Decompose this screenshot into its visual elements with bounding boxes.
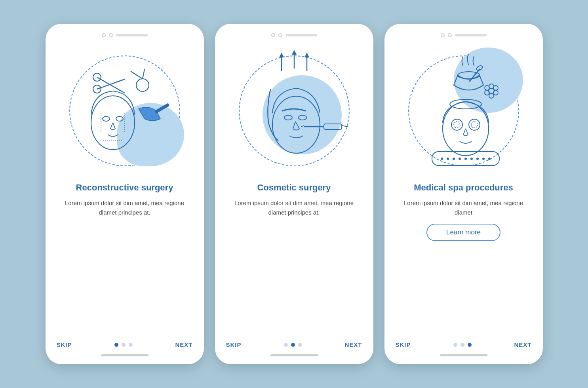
dot-2-2 [291, 343, 295, 347]
status-bar-2 [271, 33, 317, 37]
card-title-2: Cosmetic surgery [257, 182, 331, 194]
svg-point-38 [450, 99, 481, 109]
svg-point-42 [471, 122, 478, 128]
card-body-3: Lorem ipsum dolor sit dim amet, mea regi… [400, 198, 527, 217]
dot-1-3 [129, 343, 133, 347]
nav-row-1: SKIP NEXT [57, 341, 193, 348]
svg-point-1 [103, 116, 110, 121]
dot-3-3 [468, 343, 472, 347]
dot-2-1 [284, 343, 288, 347]
svg-line-25 [342, 126, 348, 127]
svg-marker-17 [292, 50, 297, 55]
status-bar-line-3 [455, 34, 487, 36]
svg-cosmetic [235, 49, 354, 172]
dots-row-1 [114, 343, 133, 347]
text-area-2: Cosmetic surgery Lorem ipsum dolor sit d… [231, 182, 358, 341]
svg-marker-19 [304, 53, 309, 57]
phone-bottom-1: SKIP NEXT [46, 341, 204, 356]
svg-point-41 [469, 119, 480, 130]
dot-3-1 [453, 343, 457, 347]
phones-container: Reconstructive surgery Lorem ipsum dolor… [46, 24, 543, 364]
dot-3-2 [461, 343, 464, 347]
svg-spa [404, 49, 523, 172]
home-indicator-1 [101, 354, 148, 356]
next-button-1[interactable]: NEXT [175, 341, 192, 348]
card-body-1: Lorem ipsum dolor sit dim amet, mea regi… [61, 198, 188, 217]
phone-3: Medical spa procedures Lorem ipsum dolor… [384, 24, 543, 364]
skip-button-3[interactable]: SKIP [396, 341, 411, 348]
svg-marker-15 [279, 53, 284, 57]
svg-point-32 [493, 86, 498, 90]
dots-row-2 [284, 343, 302, 347]
status-bar-3 [441, 33, 487, 37]
next-button-2[interactable]: NEXT [344, 341, 362, 348]
svg-rect-24 [324, 124, 342, 129]
text-area-1: Reconstructive surgery Lorem ipsum dolor… [61, 182, 188, 341]
home-indicator-3 [440, 354, 487, 356]
svg-line-12 [131, 71, 143, 79]
svg-rect-10 [154, 103, 170, 114]
status-dot-2 [109, 33, 113, 37]
home-indicator-2 [270, 354, 318, 356]
svg-point-47 [459, 158, 461, 160]
illustration-spa [396, 44, 531, 178]
svg-point-36 [485, 86, 489, 90]
svg-point-51 [482, 158, 485, 160]
svg-point-40 [454, 122, 460, 128]
phone-bottom-3: SKIP NEXT [384, 341, 543, 356]
next-button-3[interactable]: NEXT [514, 341, 531, 348]
status-dot-6 [448, 33, 452, 37]
skip-button-1[interactable]: SKIP [57, 341, 72, 348]
illustration-reconstructive [57, 44, 192, 178]
illustration-cosmetic [227, 44, 362, 178]
status-dot-4 [278, 33, 282, 37]
svg-point-46 [453, 158, 455, 160]
nav-row-3: SKIP NEXT [396, 341, 532, 348]
learn-more-button[interactable]: Learn more [426, 224, 500, 241]
svg-point-52 [488, 158, 491, 160]
svg-point-44 [441, 158, 443, 160]
nav-row-2: SKIP NEXT [226, 341, 362, 348]
phone-2: Cosmetic surgery Lorem ipsum dolor sit d… [215, 24, 373, 364]
dots-row-3 [453, 343, 472, 347]
phone-bottom-2: SKIP NEXT [215, 341, 373, 356]
status-dot-3 [271, 33, 275, 37]
svg-line-6 [97, 77, 125, 93]
card-body-2: Lorem ipsum dolor sit dim amet, mea regi… [231, 198, 358, 217]
svg-point-48 [464, 158, 467, 160]
skip-button-2[interactable]: SKIP [226, 341, 242, 348]
svg-point-2 [116, 116, 123, 121]
svg-point-29 [476, 65, 483, 72]
dot-1-2 [122, 343, 126, 347]
phone-1: Reconstructive surgery Lorem ipsum dolor… [46, 24, 204, 364]
dot-1-1 [114, 343, 118, 347]
svg-line-13 [143, 69, 145, 79]
card-title-1: Reconstructive surgery [76, 182, 173, 194]
svg-reconstructive [65, 49, 184, 172]
svg-line-7 [97, 79, 125, 89]
status-dot-5 [441, 33, 445, 37]
svg-point-20 [272, 96, 320, 153]
svg-point-21 [284, 115, 292, 120]
svg-point-49 [470, 158, 473, 160]
status-bar-line-2 [285, 34, 317, 36]
svg-line-26 [301, 126, 304, 127]
dot-2-3 [298, 343, 302, 347]
status-bar-1 [102, 33, 148, 37]
svg-point-50 [476, 158, 479, 160]
status-bar-line [116, 34, 148, 36]
status-dot-1 [102, 33, 106, 37]
text-area-3: Medical spa procedures Lorem ipsum dolor… [400, 182, 527, 341]
card-title-3: Medical spa procedures [414, 182, 513, 194]
svg-point-11 [136, 79, 149, 91]
svg-point-22 [299, 115, 306, 120]
svg-point-45 [447, 158, 449, 160]
svg-line-28 [470, 69, 480, 81]
svg-point-39 [451, 119, 462, 130]
